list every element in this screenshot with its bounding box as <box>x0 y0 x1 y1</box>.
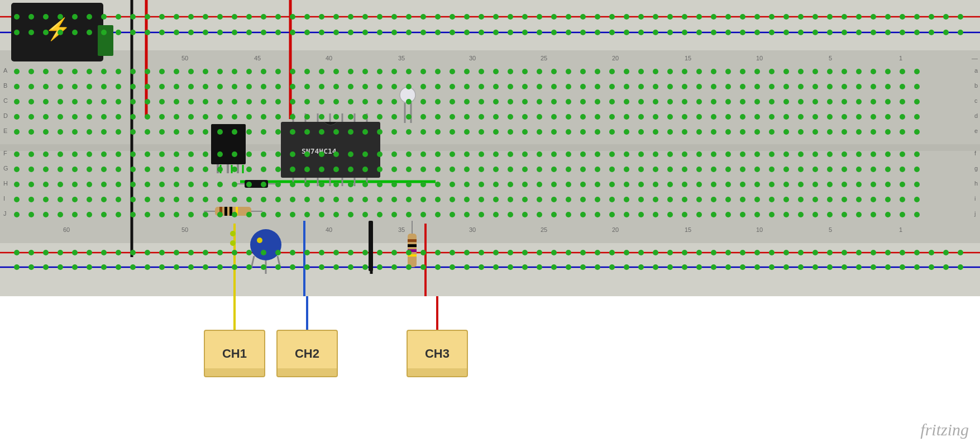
svg-point-779 <box>333 167 339 172</box>
svg-point-443 <box>28 84 34 89</box>
svg-point-732 <box>566 151 571 157</box>
svg-point-568 <box>14 114 20 120</box>
svg-point-941 <box>856 197 862 202</box>
svg-point-262 <box>232 250 237 255</box>
svg-point-119 <box>72 14 78 20</box>
svg-point-574 <box>101 114 107 120</box>
svg-point-957 <box>174 212 179 217</box>
svg-point-253 <box>101 250 107 255</box>
svg-point-379 <box>14 69 20 74</box>
svg-point-661 <box>450 129 455 135</box>
svg-point-536 <box>464 99 470 105</box>
svg-point-640 <box>145 129 150 135</box>
svg-point-544 <box>580 99 586 105</box>
svg-point-424 <box>667 69 673 74</box>
svg-point-545 <box>595 99 600 105</box>
svg-point-448 <box>101 84 107 89</box>
svg-point-412 <box>493 69 499 74</box>
svg-point-537 <box>479 99 484 105</box>
svg-point-408 <box>435 69 441 74</box>
svg-point-818 <box>900 167 905 172</box>
svg-point-432 <box>783 69 789 74</box>
svg-point-150 <box>522 14 528 20</box>
svg-point-992 <box>682 212 687 217</box>
svg-point-467 <box>377 84 383 89</box>
svg-point-344 <box>464 264 470 270</box>
svg-point-277 <box>450 250 455 255</box>
svg-point-553 <box>711 99 716 105</box>
svg-point-651 <box>304 129 310 135</box>
svg-point-723 <box>435 151 441 157</box>
svg-point-407 <box>420 69 426 74</box>
svg-point-465 <box>348 84 353 89</box>
svg-point-877 <box>842 182 847 187</box>
svg-point-454 <box>188 84 194 89</box>
svg-point-442 <box>14 84 20 89</box>
svg-point-606 <box>566 114 571 120</box>
svg-point-131 <box>246 14 252 20</box>
svg-point-915 <box>479 197 484 202</box>
svg-point-389 <box>159 69 165 74</box>
svg-point-721 <box>406 151 412 157</box>
svg-point-858 <box>566 182 571 187</box>
svg-point-648 <box>261 129 266 135</box>
svg-point-583 <box>232 114 237 120</box>
svg-rect-66 <box>98 25 113 56</box>
svg-point-124 <box>145 14 150 20</box>
svg-point-481 <box>580 84 586 89</box>
svg-point-928 <box>667 197 673 202</box>
svg-point-623 <box>812 114 818 120</box>
svg-point-192 <box>174 30 179 35</box>
svg-point-301 <box>798 250 804 255</box>
svg-point-247 <box>14 250 20 255</box>
svg-point-118 <box>58 14 63 20</box>
svg-point-129 <box>217 14 223 20</box>
svg-point-479 <box>551 84 557 89</box>
svg-point-438 <box>871 69 876 74</box>
svg-point-792 <box>522 167 528 172</box>
svg-point-797 <box>595 167 600 172</box>
svg-point-961 <box>232 212 237 217</box>
svg-point-320 <box>116 264 121 270</box>
svg-point-219 <box>566 30 571 35</box>
svg-point-336 <box>348 264 353 270</box>
svg-text:50: 50 <box>181 226 188 233</box>
svg-point-200 <box>290 30 295 35</box>
svg-point-347 <box>508 264 513 270</box>
svg-point-798 <box>609 167 615 172</box>
svg-point-978 <box>479 212 484 217</box>
svg-point-679 <box>711 129 716 135</box>
svg-point-485 <box>638 84 644 89</box>
svg-point-494 <box>769 84 775 89</box>
svg-point-950 <box>72 212 78 217</box>
svg-text:I: I <box>3 195 5 202</box>
svg-point-492 <box>740 84 745 89</box>
svg-point-216 <box>522 30 528 35</box>
svg-point-186 <box>87 30 92 35</box>
svg-point-764 <box>116 167 121 172</box>
svg-point-188 <box>116 30 121 35</box>
svg-point-351 <box>566 264 571 270</box>
svg-point-746 <box>769 151 775 157</box>
svg-point-191 <box>159 30 165 35</box>
svg-point-471 <box>435 84 441 89</box>
svg-point-781 <box>362 167 368 172</box>
svg-point-827 <box>116 182 121 187</box>
svg-text:20: 20 <box>612 55 619 61</box>
svg-point-556 <box>754 99 760 105</box>
svg-point-786 <box>435 167 441 172</box>
svg-text:40: 40 <box>326 55 332 61</box>
svg-point-839 <box>290 182 295 187</box>
svg-point-785 <box>420 167 426 172</box>
svg-point-821 <box>28 182 34 187</box>
svg-point-132 <box>261 14 266 20</box>
svg-point-282 <box>522 250 528 255</box>
svg-point-581 <box>203 114 208 120</box>
svg-point-486 <box>653 84 658 89</box>
svg-point-229 <box>711 30 716 35</box>
svg-point-935 <box>769 197 775 202</box>
svg-point-680 <box>725 129 731 135</box>
svg-point-529 <box>362 99 368 105</box>
svg-text:20: 20 <box>612 226 619 233</box>
svg-point-159 <box>653 14 658 20</box>
